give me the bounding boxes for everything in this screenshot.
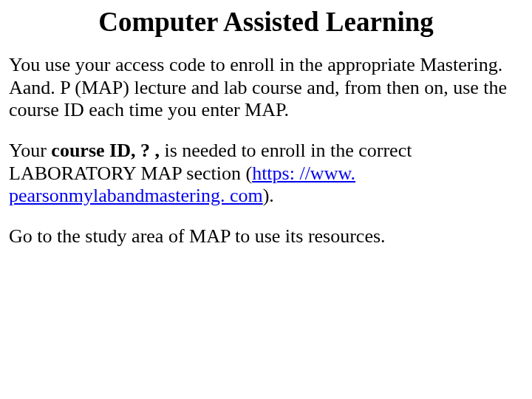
para2-post-text: ). <box>263 185 274 206</box>
page-title: Computer Assisted Learning <box>9 6 523 38</box>
paragraph-1: You use your access code to enroll in th… <box>9 54 523 122</box>
paragraph-3: Go to the study area of MAP to use its r… <box>9 225 523 248</box>
para2-pre-text: Your <box>9 140 51 161</box>
course-id-bold: course ID, ? , <box>51 140 160 161</box>
paragraph-2: Your course ID, ? , is needed to enroll … <box>9 140 523 208</box>
